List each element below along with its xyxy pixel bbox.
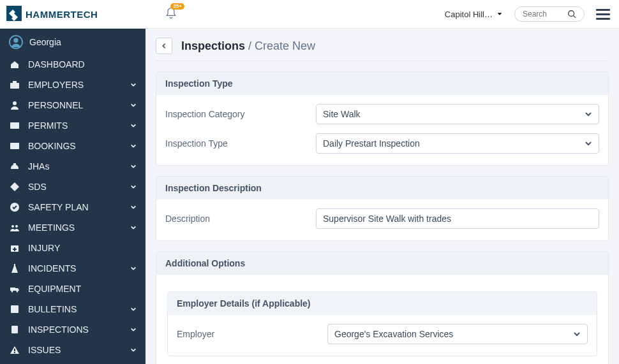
svg-line-24 xyxy=(574,16,576,18)
warn-icon xyxy=(9,345,20,355)
brand-text: HAMMERTECH xyxy=(26,9,98,20)
label-description: Description xyxy=(165,214,306,224)
user-profile[interactable]: Georgia xyxy=(0,29,145,54)
svg-point-26 xyxy=(13,38,18,43)
chevron-down-icon xyxy=(130,345,137,355)
topbar: HAMMERTECH 25+ Capitol Hill… xyxy=(0,0,619,29)
sidebar-item-label: INSPECTIONS xyxy=(28,324,123,335)
chevron-down-icon xyxy=(130,202,137,212)
card-icon xyxy=(9,120,20,131)
label-inspection-type: Inspection Type xyxy=(165,138,306,149)
sidebar-item-label: BOOKINGS xyxy=(28,141,123,151)
sidebar-item-label: MEETINGS xyxy=(28,222,123,233)
back-button[interactable] xyxy=(156,38,172,54)
sidebar-item-inspections[interactable]: INSPECTIONS xyxy=(0,319,145,340)
sidebar-item-bookings[interactable]: BOOKINGS xyxy=(0,136,145,156)
chevron-left-icon xyxy=(161,43,167,49)
chevron-down-icon xyxy=(130,263,137,273)
diamond-icon xyxy=(9,182,20,192)
chevron-down-icon xyxy=(130,222,137,233)
section-heading: Inspection Description xyxy=(156,177,608,200)
sidebar-item-permits[interactable]: PERMITS xyxy=(0,115,145,136)
chevron-down-icon xyxy=(130,182,137,192)
svg-point-23 xyxy=(569,11,574,17)
sidebar-item-label: INCIDENTS xyxy=(28,263,123,273)
person-icon xyxy=(9,100,20,110)
sidebar-item-label: ISSUES xyxy=(28,345,123,355)
check-icon xyxy=(9,202,20,212)
chevron-down-icon xyxy=(130,161,137,171)
sidebar-item-equipment[interactable]: EQUIPMENT xyxy=(0,279,145,299)
sidebar-item-label: INJURY xyxy=(28,243,137,253)
sidebar-item-label: JHAs xyxy=(28,161,123,171)
sidebar-item-label: DASHBOARD xyxy=(28,59,137,69)
select-employer[interactable]: George's Excavation Services xyxy=(327,324,588,344)
sidebar-item-meetings[interactable]: MEETINGS xyxy=(0,217,145,238)
chevron-down-icon xyxy=(130,100,137,110)
chevron-down-icon xyxy=(496,11,503,17)
select-inspection-category[interactable]: Site Walk xyxy=(316,104,599,124)
label-inspection-category: Inspection Category xyxy=(165,109,306,119)
sidebar-item-issues[interactable]: ISSUES xyxy=(0,340,145,360)
medkit-icon xyxy=(9,243,20,253)
input-description[interactable]: Supervisor Site Walk with trades xyxy=(316,208,599,229)
chevron-down-icon xyxy=(130,80,137,90)
sidebar-item-label: PERMITS xyxy=(28,120,123,131)
chevron-down-icon xyxy=(585,140,592,147)
page-title: Inspections / Create New xyxy=(181,40,315,53)
truck-icon xyxy=(9,284,20,294)
sidebar-item-safety-plan[interactable]: SAFETY PLAN xyxy=(0,197,145,217)
section-heading: Additional Options xyxy=(156,252,608,275)
sidebar-item-sds[interactable]: SDS xyxy=(0,177,145,197)
card-icon xyxy=(9,141,20,151)
logo[interactable]: HAMMERTECH xyxy=(6,6,98,23)
section-heading: Inspection Type xyxy=(156,72,608,95)
notifications-button[interactable]: 25+ xyxy=(165,7,177,22)
user-name: Georgia xyxy=(29,37,61,47)
chevron-down-icon xyxy=(573,330,581,338)
sidebar-item-injury[interactable]: INJURY xyxy=(0,238,145,258)
bulletin-icon xyxy=(9,304,20,314)
sidebar-item-label: PERSONNEL xyxy=(28,100,123,110)
page-header: Inspections / Create New xyxy=(156,38,609,61)
section-additional-options: Additional Options Employer Details (if … xyxy=(156,251,609,364)
subsection-heading: Employer Details (if Applicable) xyxy=(168,292,597,315)
search-icon xyxy=(567,10,576,18)
briefcase-icon xyxy=(9,80,20,90)
subsection-employer: Employer Details (if Applicable) Employe… xyxy=(167,291,597,356)
sidebar: Georgia DASHBOARDEMPLOYERSPERSONNELPERMI… xyxy=(0,29,145,364)
sidebar-item-label: SAFETY PLAN xyxy=(28,202,123,212)
sidebar-item-label: BULLETINS xyxy=(28,304,123,314)
badge-icon xyxy=(9,324,20,335)
chevron-down-icon xyxy=(130,141,137,151)
sidebar-item-label: EMPLOYERS xyxy=(28,80,123,90)
user-avatar-icon xyxy=(9,35,23,49)
main-content: Inspections / Create New Inspection Type… xyxy=(145,29,619,364)
tower-icon xyxy=(9,263,20,273)
project-label: Capitol Hill… xyxy=(445,10,493,19)
sidebar-item-label: SDS xyxy=(28,182,123,192)
sidebar-item-jhas[interactable]: JHAs xyxy=(0,156,145,177)
chevron-down-icon xyxy=(130,304,137,314)
group-icon xyxy=(9,222,20,233)
sidebar-item-incidents[interactable]: INCIDENTS xyxy=(0,258,145,279)
sidebar-item-label: EQUIPMENT xyxy=(28,284,137,294)
section-inspection-description: Inspection Description Description Super… xyxy=(156,176,609,241)
select-inspection-type[interactable]: Daily Prestart Inspection xyxy=(316,133,599,154)
sidebar-item-bulletins[interactable]: BULLETINS xyxy=(0,299,145,319)
breadcrumb-root: Inspections xyxy=(181,40,245,52)
sidebar-item-employers[interactable]: EMPLOYERS xyxy=(0,75,145,95)
chevron-down-icon xyxy=(130,324,137,335)
home-icon xyxy=(9,59,20,69)
sidebar-item-personnel[interactable]: PERSONNEL xyxy=(0,95,145,115)
section-inspection-type: Inspection Type Inspection Category Site… xyxy=(156,71,609,166)
chevron-down-icon xyxy=(130,120,137,131)
menu-button[interactable] xyxy=(596,6,610,22)
sidebar-item-dashboard[interactable]: DASHBOARD xyxy=(0,54,145,75)
chevron-down-icon xyxy=(585,110,592,118)
project-selector[interactable]: Capitol Hill… xyxy=(445,10,503,19)
search-input[interactable] xyxy=(523,10,563,18)
notif-badge: 25+ xyxy=(170,3,184,10)
label-employer: Employer xyxy=(177,329,317,339)
search-box[interactable] xyxy=(514,6,585,22)
